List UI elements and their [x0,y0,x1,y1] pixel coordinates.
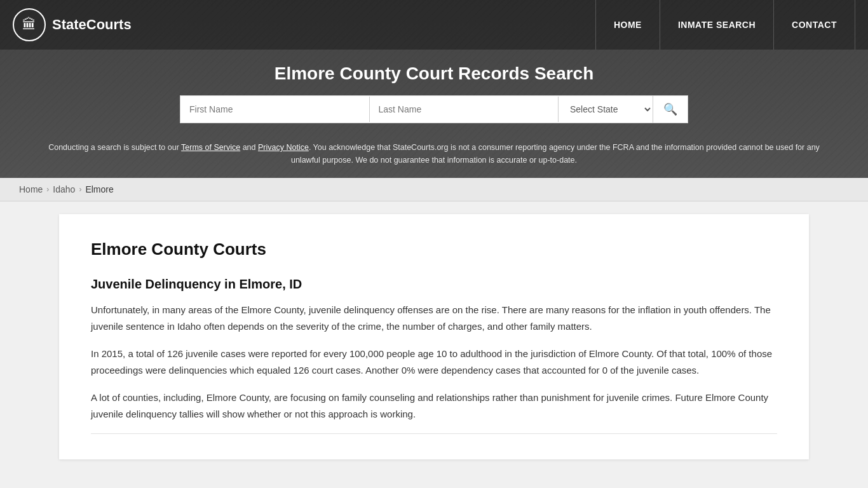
section-divider [91,433,777,434]
disclaimer-text-before: Conducting a search is subject to our [48,143,181,152]
page-title: Elmore County Court Records Search [275,64,594,84]
search-button[interactable]: 🔍 [653,96,688,123]
breadcrumb-sep-2: › [79,185,81,194]
hero-section: 🏛 StateCourts HOME INMATE SEARCH CONTACT… [0,0,868,178]
search-bar: Select StateAlabamaAlaskaArizonaArkansas… [180,95,688,123]
breadcrumb-state[interactable]: Idaho [53,184,75,194]
logo-icon: 🏛 [13,8,46,41]
breadcrumb-home[interactable]: Home [19,184,43,194]
breadcrumb-county: Elmore [85,184,113,194]
breadcrumb: Home › Idaho › Elmore [0,178,868,201]
content-para-2: In 2015, a total of 126 juvenile cases w… [91,346,777,378]
content-para-1: Unfortunately, in many areas of the Elmo… [91,302,777,334]
terms-link[interactable]: Terms of Service [181,143,240,152]
nav-links: HOME INMATE SEARCH CONTACT [595,0,855,50]
content-para-3: A lot of counties, including, Elmore Cou… [91,390,777,422]
breadcrumb-sep-1: › [46,185,49,194]
last-name-input[interactable] [370,97,559,122]
disclaimer-and: and [240,143,258,152]
main-wrapper: Elmore County Courts Juvenile Delinquenc… [0,201,868,485]
disclaimer: Conducting a search is subject to our Te… [0,135,868,178]
first-name-input[interactable] [180,97,370,122]
nav-home[interactable]: HOME [595,0,660,50]
logo-text: StateCourts [52,17,132,33]
state-select[interactable]: Select StateAlabamaAlaskaArizonaArkansas… [559,96,653,123]
search-icon: 🔍 [663,102,677,116]
disclaimer-text-after: . You acknowledge that StateCourts.org i… [291,143,820,165]
privacy-link[interactable]: Privacy Notice [258,143,309,152]
content-card: Elmore County Courts Juvenile Delinquenc… [59,214,809,459]
nav-contact[interactable]: CONTACT [773,0,855,50]
county-title: Elmore County Courts [91,240,777,259]
hero-content: Elmore County Court Records Search Selec… [0,50,868,135]
nav-inmate-search[interactable]: INMATE SEARCH [660,0,773,50]
section1-title: Juvenile Delinquency in Elmore, ID [91,277,777,292]
logo-link[interactable]: 🏛 StateCourts [13,8,132,41]
navbar: 🏛 StateCourts HOME INMATE SEARCH CONTACT [0,0,868,50]
